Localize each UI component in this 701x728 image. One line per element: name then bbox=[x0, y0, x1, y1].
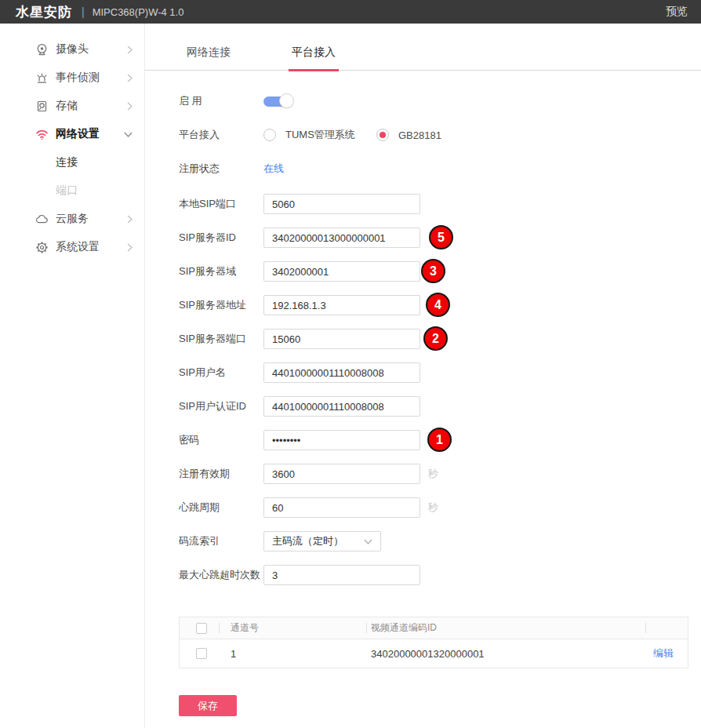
brand-block: 水星安防 | MIPC368(P)W-4 1.0 bbox=[16, 3, 183, 21]
sidebar-item-label: 存储 bbox=[56, 99, 127, 113]
toggle-knob bbox=[279, 93, 294, 108]
sidebar-item-label: 云服务 bbox=[56, 212, 127, 226]
main-content: 网络连接 平台接入 启 用 平台接入 TUMS管理系统 bbox=[145, 24, 701, 728]
field-row-sip-server-id: SIP服务器ID 5 bbox=[179, 228, 688, 248]
encode-id-column-header: 视频通道编码ID bbox=[366, 617, 645, 639]
stream-index-select[interactable]: 主码流（定时） bbox=[263, 531, 381, 551]
edit-link[interactable]: 编辑 bbox=[653, 647, 674, 659]
action-column-header bbox=[645, 617, 688, 639]
sidebar-item-label: 摄像头 bbox=[56, 42, 127, 56]
sidebar-item-event-detection[interactable]: 事件侦测 bbox=[0, 64, 144, 92]
radio-circle bbox=[376, 129, 389, 141]
field-row-stream-index: 码流索引 主码流（定时） bbox=[179, 531, 688, 551]
register-status-value[interactable]: 在线 bbox=[263, 162, 284, 176]
select-all-checkbox[interactable] bbox=[196, 623, 207, 634]
field-label: SIP服务器域 bbox=[179, 264, 263, 278]
annotation-badge-3: 3 bbox=[421, 259, 445, 283]
action-cell: 编辑 bbox=[645, 646, 688, 661]
annotation-badge-4: 4 bbox=[426, 293, 450, 317]
row-checkbox[interactable] bbox=[196, 648, 207, 659]
field-label: 心跳周期 bbox=[179, 500, 263, 515]
sidebar-subitem-connection[interactable]: 连接 bbox=[0, 148, 144, 177]
field-row-sip-auth-id: SIP用户认证ID bbox=[179, 396, 688, 417]
sip-auth-id-input[interactable] bbox=[263, 396, 420, 417]
radio-tums[interactable]: TUMS管理系统 bbox=[263, 128, 361, 142]
field-label: SIP服务器端口 bbox=[179, 332, 263, 346]
field-label: 密码 bbox=[179, 433, 263, 447]
row-checkbox-cell bbox=[180, 648, 219, 659]
sidebar-subitem-port[interactable]: 端口 bbox=[0, 177, 144, 205]
field-row-sip-server-address: SIP服务器地址 4 bbox=[179, 295, 688, 315]
field-label: 码流索引 bbox=[179, 534, 263, 548]
selected-option-label: 主码流（定时） bbox=[272, 534, 343, 548]
tab-bar: 网络连接 平台接入 bbox=[145, 24, 701, 71]
sip-server-port-input[interactable] bbox=[263, 329, 420, 349]
annotation-badge-5: 5 bbox=[429, 225, 453, 249]
sip-server-id-input[interactable] bbox=[263, 228, 420, 248]
sidebar-subitem-label: 连接 bbox=[56, 155, 78, 169]
enable-toggle[interactable] bbox=[263, 93, 295, 109]
device-model: MIPC368(P)W-4 1.0 bbox=[93, 6, 184, 18]
chevron-right-icon bbox=[127, 74, 133, 82]
chevron-right-icon bbox=[127, 243, 133, 252]
sidebar-item-storage[interactable]: 存储 bbox=[0, 92, 144, 120]
field-row-sip-server-port: SIP服务器端口 2 bbox=[179, 329, 688, 349]
enable-row: 启 用 bbox=[179, 91, 688, 111]
radio-gb28181[interactable]: GB28181 bbox=[376, 129, 441, 141]
sidebar-item-camera[interactable]: 摄像头 bbox=[0, 35, 144, 64]
max-heartbeat-timeout-input[interactable] bbox=[263, 565, 420, 585]
sidebar-item-system-settings[interactable]: 系统设置 bbox=[0, 233, 144, 261]
radio-label: TUMS管理系统 bbox=[285, 128, 361, 142]
platform-type-label: 平台接入 bbox=[179, 128, 263, 142]
chevron-right-icon bbox=[127, 102, 133, 111]
alarm-icon bbox=[35, 71, 49, 85]
field-row-password: 密码 1 bbox=[179, 430, 688, 450]
save-button[interactable]: 保存 bbox=[179, 695, 237, 716]
chevron-down-icon bbox=[124, 132, 133, 137]
register-status-label: 注册状态 bbox=[179, 162, 263, 176]
chevron-right-icon bbox=[127, 46, 133, 54]
channel-number-cell: 1 bbox=[219, 648, 366, 660]
platform-radio-group: TUMS管理系统 GB28181 bbox=[263, 128, 441, 142]
preview-link[interactable]: 预览 bbox=[666, 5, 688, 19]
encode-id-cell: 34020000001320000001 bbox=[366, 648, 645, 660]
field-label: 最大心跳超时次数 bbox=[179, 568, 263, 582]
register-status-row: 注册状态 在线 bbox=[179, 158, 688, 179]
heartbeat-period-input[interactable] bbox=[263, 497, 420, 518]
password-input[interactable] bbox=[263, 430, 420, 450]
chevron-right-icon bbox=[127, 215, 133, 224]
tab-network-connection[interactable]: 网络连接 bbox=[187, 46, 231, 70]
local-sip-port-input[interactable] bbox=[263, 194, 420, 214]
annotation-badge-1: 1 bbox=[427, 428, 452, 452]
sidebar-item-label: 网络设置 bbox=[56, 127, 124, 141]
field-row-local-sip-port: 本地SIP端口 bbox=[179, 194, 688, 214]
sip-username-input[interactable] bbox=[263, 362, 420, 383]
register-validity-input[interactable] bbox=[263, 464, 420, 484]
storage-icon bbox=[35, 100, 49, 113]
sip-server-address-input[interactable] bbox=[263, 295, 420, 315]
field-row-sip-server-domain: SIP服务器域 3 bbox=[179, 261, 688, 282]
field-label: 本地SIP端口 bbox=[179, 197, 263, 211]
sidebar-item-label: 系统设置 bbox=[56, 240, 127, 254]
wifi-icon bbox=[35, 128, 49, 141]
table-header-row: 通道号 视频通道编码ID bbox=[180, 617, 688, 639]
gear-icon bbox=[35, 241, 49, 254]
sidebar: 摄像头 事件侦测 存储 bbox=[0, 24, 145, 728]
field-label: SIP服务器ID bbox=[179, 231, 263, 245]
field-label: 注册有效期 bbox=[179, 467, 263, 481]
field-row-register-validity: 注册有效期 秒 bbox=[179, 464, 688, 484]
camera-icon bbox=[35, 43, 49, 56]
field-label: SIP用户认证ID bbox=[179, 399, 263, 413]
table-row: 1 34020000001320000001 编辑 bbox=[180, 639, 688, 668]
brand-separator: | bbox=[82, 5, 85, 18]
sidebar-subitem-label: 端口 bbox=[56, 184, 78, 198]
top-bar: 水星安防 | MIPC368(P)W-4 1.0 预览 bbox=[0, 0, 701, 24]
sip-server-domain-input[interactable] bbox=[263, 261, 420, 282]
field-row-max-heartbeat-timeout: 最大心跳超时次数 bbox=[179, 565, 688, 585]
field-label: SIP用户名 bbox=[179, 366, 263, 380]
chevron-down-icon bbox=[364, 539, 372, 544]
tab-platform-access[interactable]: 平台接入 bbox=[292, 46, 336, 70]
sidebar-item-cloud-service[interactable]: 云服务 bbox=[0, 205, 144, 233]
sidebar-item-network-settings[interactable]: 网络设置 bbox=[0, 120, 144, 148]
field-label: SIP服务器地址 bbox=[179, 298, 263, 312]
